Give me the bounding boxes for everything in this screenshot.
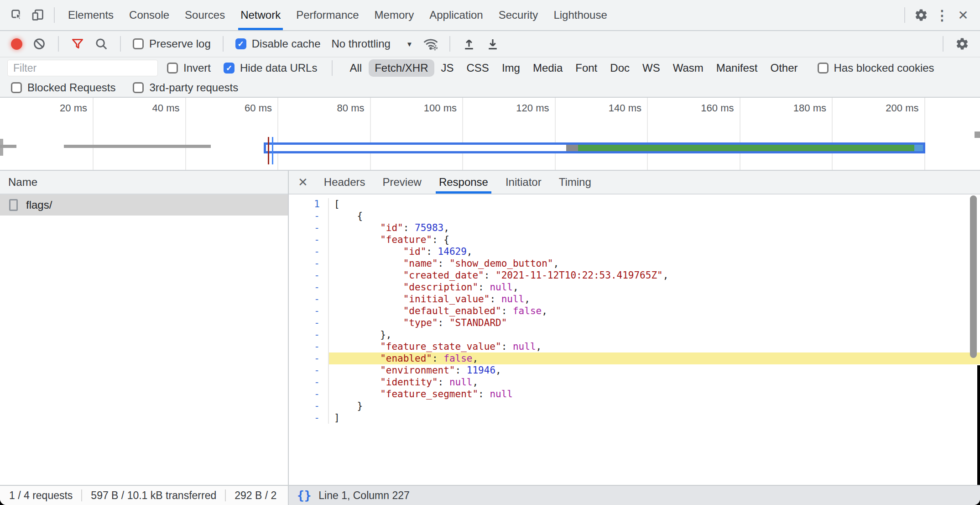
request-row-flags[interactable]: flags/ — [0, 195, 288, 216]
settings-gear-icon[interactable] — [911, 5, 932, 26]
vertical-scrollbar-thumb[interactable] — [970, 195, 977, 358]
network-settings-gear-icon[interactable] — [952, 33, 973, 54]
line-number: - — [289, 329, 329, 341]
code-text: "name": "show_demo_button", — [329, 258, 980, 269]
filter-pill-all[interactable]: All — [344, 59, 368, 77]
filter-pill-ws[interactable]: WS — [636, 59, 666, 77]
preserve-log-checkbox-row: ✓ Preserve log — [129, 37, 214, 50]
filter-pill-other[interactable]: Other — [764, 59, 803, 77]
tab-application[interactable]: Application — [422, 0, 490, 30]
filter-pill-js[interactable]: JS — [435, 59, 460, 77]
timeline-gridline — [924, 98, 925, 170]
close-detail-icon[interactable]: ✕ — [291, 175, 315, 189]
timeline-gridline — [647, 98, 648, 170]
timeline-tick-label: 20 ms — [23, 102, 87, 114]
preserve-log-checkbox[interactable]: ✓ — [133, 38, 144, 49]
tab-memory[interactable]: Memory — [367, 0, 422, 30]
request-name: flags/ — [26, 199, 52, 211]
load-event-marker — [268, 137, 269, 164]
filter-pill-doc[interactable]: Doc — [604, 59, 636, 77]
filter-pill-media[interactable]: Media — [527, 59, 568, 77]
code-text: "feature": { — [329, 234, 980, 246]
network-conditions-icon[interactable] — [420, 33, 441, 54]
invert-checkbox[interactable]: ✓ — [167, 63, 178, 74]
detail-tab-initiator[interactable]: Initiator — [497, 171, 550, 194]
status-bar: 1 / 4 requests597 B / 10.1 kB transferre… — [0, 485, 980, 505]
inspect-element-icon[interactable] — [6, 5, 27, 26]
overview-bar-segment — [914, 145, 923, 151]
line-number: - — [289, 210, 329, 222]
tab-sources[interactable]: Sources — [177, 0, 233, 30]
throttling-select[interactable]: No throttling ▼ — [327, 37, 417, 50]
hide-data-urls-label: Hide data URLs — [240, 62, 317, 74]
tab-performance[interactable]: Performance — [288, 0, 366, 30]
export-har-icon[interactable] — [482, 33, 503, 54]
filter-input[interactable] — [7, 60, 158, 76]
detail-tab-response[interactable]: Response — [430, 171, 497, 194]
response-body-viewer[interactable]: 1[- {- "id": 75983,- "feature": {- "id":… — [289, 195, 980, 485]
divider — [120, 36, 121, 52]
tab-security[interactable]: Security — [491, 0, 546, 30]
name-column-header[interactable]: Name — [0, 171, 288, 195]
detail-tab-preview[interactable]: Preview — [374, 171, 430, 194]
divider — [81, 489, 82, 501]
third-party-requests-checkbox[interactable]: ✓ — [133, 82, 144, 93]
line-number: 1 — [289, 198, 329, 210]
filter-pill-wasm[interactable]: Wasm — [667, 59, 709, 77]
filter-pill-font[interactable]: Font — [569, 59, 603, 77]
tab-elements[interactable]: Elements — [60, 0, 121, 30]
record-network-log-button[interactable] — [11, 38, 22, 50]
filter-pill-img[interactable]: Img — [496, 59, 526, 77]
disable-cache-checkbox[interactable]: ✓ — [235, 38, 246, 49]
network-summary-bar: 1 / 4 requests597 B / 10.1 kB transferre… — [0, 486, 289, 505]
import-har-icon[interactable] — [459, 33, 480, 54]
hide-data-urls-checkbox[interactable]: ✓ — [224, 63, 235, 74]
network-overview-timeline[interactable]: 20 ms40 ms60 ms80 ms100 ms120 ms140 ms16… — [0, 98, 980, 171]
has-blocked-cookies-checkbox[interactable]: ✓ — [818, 63, 829, 74]
file-icon — [9, 199, 18, 211]
timeline-tick-label: 180 ms — [762, 102, 826, 114]
blocked-requests-checkbox[interactable]: ✓ — [11, 82, 22, 93]
timeline-tick-label: 120 ms — [485, 102, 549, 114]
code-text: "enabled": false, — [329, 352, 980, 364]
line-number: - — [289, 352, 329, 364]
clear-network-log-icon[interactable] — [29, 33, 50, 54]
detail-tab-timing[interactable]: Timing — [550, 171, 600, 194]
detail-tab-headers[interactable]: Headers — [315, 171, 374, 194]
code-text: "initial_value": null, — [329, 293, 980, 305]
overview-request-bar — [64, 145, 211, 148]
line-number: - — [289, 246, 329, 258]
filter-pill-css[interactable]: CSS — [461, 59, 495, 77]
line-number: - — [289, 341, 329, 352]
timeline-gridline — [555, 98, 556, 170]
code-line: - "feature": { — [289, 234, 980, 246]
code-text: "identity": null, — [329, 376, 980, 388]
blocked-requests-label: Blocked Requests — [27, 81, 115, 94]
blocked-requests-checkbox-row: ✓ Blocked Requests — [7, 81, 119, 94]
summary-item: 597 B / 10.1 kB transferred — [91, 489, 216, 502]
close-devtools-icon[interactable]: ✕ — [953, 5, 974, 26]
code-text: { — [329, 210, 980, 222]
filter-pill-manifest[interactable]: Manifest — [710, 59, 764, 77]
pretty-print-icon[interactable]: {} — [297, 489, 311, 502]
devtools-window: ElementsConsoleSourcesNetworkPerformance… — [0, 0, 980, 505]
editor-status-bar: {} Line 1, Column 227 — [289, 486, 980, 505]
line-number: - — [289, 222, 329, 234]
more-options-kebab-icon[interactable]: ⋮ — [932, 5, 953, 26]
tab-lighthouse[interactable]: Lighthouse — [546, 0, 615, 30]
line-number: - — [289, 234, 329, 246]
code-line: 1[ — [289, 198, 980, 210]
code-text: "id": 75983, — [329, 222, 980, 234]
code-text: "feature_segment": null — [329, 388, 980, 400]
code-line: - "name": "show_demo_button", — [289, 258, 980, 269]
tab-console[interactable]: Console — [121, 0, 177, 30]
timeline-gridline — [370, 98, 371, 170]
filter-funnel-icon[interactable] — [67, 33, 88, 54]
filter-pill-fetch-xhr[interactable]: Fetch/XHR — [369, 59, 434, 77]
timeline-gridline — [185, 98, 186, 170]
tab-network[interactable]: Network — [233, 0, 288, 30]
search-icon[interactable] — [91, 33, 112, 54]
device-toolbar-icon[interactable] — [27, 5, 48, 26]
timeline-gridline — [277, 98, 278, 170]
blocked-cookies-checkbox-row: ✓ Has blocked cookies — [814, 62, 938, 74]
